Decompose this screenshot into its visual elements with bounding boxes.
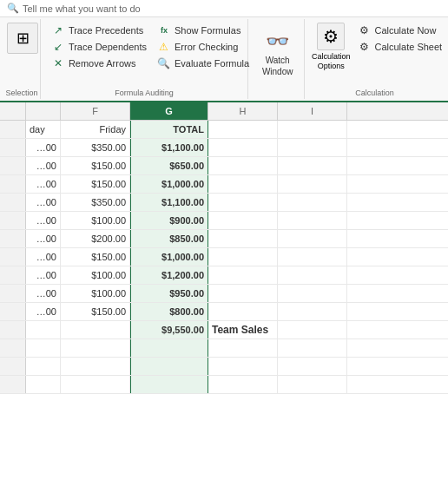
empty-cell-2-e[interactable] (26, 376, 61, 393)
cell-3-h[interactable] (208, 194, 278, 211)
empty-cell-1-e[interactable] (26, 358, 61, 375)
cell-1-g[interactable]: $650.00 (130, 157, 208, 174)
cell-1-e[interactable]: …00 (26, 157, 61, 174)
empty-cell-2-h[interactable] (208, 376, 278, 393)
tell-me-bar[interactable]: 🔍 Tell me what you want to do (0, 0, 448, 17)
trace-precedents-button[interactable]: ↗ Trace Precedents (48, 23, 150, 38)
cell-6-h[interactable] (208, 248, 278, 266)
cell-7-e[interactable]: …00 (26, 266, 61, 284)
col-header-e[interactable] (26, 102, 61, 120)
cell-9-i[interactable] (278, 303, 347, 320)
cell-9-e[interactable]: …00 (26, 303, 61, 320)
empty-cell-2-i[interactable] (278, 376, 347, 393)
cell-5-h[interactable] (208, 230, 278, 247)
cell-0-e[interactable]: …00 (26, 139, 61, 156)
cell-3-e[interactable]: …00 (26, 194, 61, 211)
cell-header-g[interactable]: TOTAL (130, 121, 208, 138)
cell-0-i[interactable] (278, 139, 347, 156)
watch-window-button[interactable]: 👓 Watch Window (254, 26, 301, 80)
spreadsheet: F G H I day Friday TOTAL …00 $350.00 $1,… (0, 102, 448, 394)
cell-8-h[interactable] (208, 285, 278, 302)
cell-2-i[interactable] (278, 175, 347, 193)
cell-5-g[interactable]: $850.00 (130, 230, 208, 247)
row-num-6 (0, 248, 26, 266)
total-value[interactable]: $9,550.00 (130, 321, 208, 339)
cell-7-h[interactable] (208, 266, 278, 284)
cell-header-e[interactable]: day (26, 121, 61, 138)
col-header-g[interactable]: G (130, 102, 208, 120)
cell-5-i[interactable] (278, 230, 347, 247)
cell-4-i[interactable] (278, 212, 347, 229)
cell-7-g[interactable]: $1,200.00 (130, 266, 208, 284)
total-cell-f (61, 321, 130, 339)
col-header-f[interactable]: F (61, 102, 130, 120)
cell-3-g[interactable]: $1,100.00 (130, 194, 208, 211)
total-cell-e (26, 321, 61, 339)
cell-0-h[interactable] (208, 139, 278, 156)
cell-header-h[interactable] (208, 121, 278, 138)
cell-4-e[interactable]: …00 (26, 212, 61, 229)
cell-4-f[interactable]: $100.00 (61, 212, 130, 229)
watch-window-icon: 👓 (266, 30, 290, 54)
cell-6-g[interactable]: $1,000.00 (130, 248, 208, 266)
cell-0-f[interactable]: $350.00 (61, 139, 130, 156)
show-formulas-icon: fx (157, 23, 171, 37)
empty-row-num-1 (0, 358, 26, 375)
show-formulas-button[interactable]: fx Show Formulas (154, 23, 253, 38)
cell-3-i[interactable] (278, 194, 347, 211)
empty-cell-0-h[interactable] (208, 339, 278, 357)
cell-2-e[interactable]: …00 (26, 175, 61, 193)
trace-dependents-button[interactable]: ↙ Trace Dependents (48, 39, 150, 55)
evaluate-formula-button[interactable]: 🔍 Evaluate Formula (154, 56, 253, 71)
calculate-now-button[interactable]: ⚙ Calculate Now (353, 23, 445, 38)
cell-header-i[interactable] (278, 121, 347, 138)
cell-2-g[interactable]: $1,000.00 (130, 175, 208, 193)
data-row-2: …00 $150.00 $1,000.00 (0, 175, 448, 194)
empty-cell-2-f[interactable] (61, 376, 130, 393)
col-header-h[interactable]: H (208, 102, 278, 120)
cell-1-h[interactable] (208, 157, 278, 174)
cell-8-e[interactable]: …00 (26, 285, 61, 302)
cell-6-f[interactable]: $150.00 (61, 248, 130, 266)
cell-8-i[interactable] (278, 285, 347, 302)
cell-8-g[interactable]: $950.00 (130, 285, 208, 302)
empty-cell-0-i[interactable] (278, 339, 347, 357)
empty-cell-1-g[interactable] (130, 358, 208, 375)
row-num-spacer (0, 102, 26, 120)
formula-auditing-label: Formula Auditing (115, 89, 174, 97)
empty-cell-0-f[interactable] (61, 339, 130, 357)
remove-arrows-button[interactable]: ✕ Remove Arrows (48, 56, 150, 71)
cell-6-i[interactable] (278, 248, 347, 266)
cell-5-f[interactable]: $200.00 (61, 230, 130, 247)
cell-8-f[interactable]: $100.00 (61, 285, 130, 302)
cell-1-i[interactable] (278, 157, 347, 174)
cell-9-h[interactable] (208, 303, 278, 320)
cell-6-e[interactable]: …00 (26, 248, 61, 266)
trace-dependents-icon: ↙ (51, 40, 65, 54)
group-selection: ⊞ Selection (3, 19, 41, 99)
empty-cell-0-e[interactable] (26, 339, 61, 357)
calculate-sheet-button[interactable]: ⚙ Calculate Sheet (353, 39, 445, 55)
cell-header-f[interactable]: Friday (61, 121, 130, 138)
empty-cell-1-h[interactable] (208, 358, 278, 375)
calculate-now-label: Calculate Now (374, 25, 436, 36)
cell-2-f[interactable]: $150.00 (61, 175, 130, 193)
cell-1-f[interactable]: $150.00 (61, 157, 130, 174)
cell-7-i[interactable] (278, 266, 347, 284)
cell-3-f[interactable]: $350.00 (61, 194, 130, 211)
empty-cell-2-g[interactable] (130, 376, 208, 393)
empty-cell-1-f[interactable] (61, 358, 130, 375)
empty-cell-1-i[interactable] (278, 358, 347, 375)
cell-9-f[interactable]: $150.00 (61, 303, 130, 320)
error-checking-button[interactable]: ⚠ Error Checking (154, 39, 253, 55)
cell-2-h[interactable] (208, 175, 278, 193)
cell-5-e[interactable]: …00 (26, 230, 61, 247)
col-header-i[interactable]: I (278, 102, 347, 120)
cell-4-g[interactable]: $900.00 (130, 212, 208, 229)
cell-9-g[interactable]: $800.00 (130, 303, 208, 320)
data-row-6: …00 $150.00 $1,000.00 (0, 248, 448, 266)
empty-cell-0-g[interactable] (130, 339, 208, 357)
cell-0-g[interactable]: $1,100.00 (130, 139, 208, 156)
cell-7-f[interactable]: $100.00 (61, 266, 130, 284)
cell-4-h[interactable] (208, 212, 278, 229)
